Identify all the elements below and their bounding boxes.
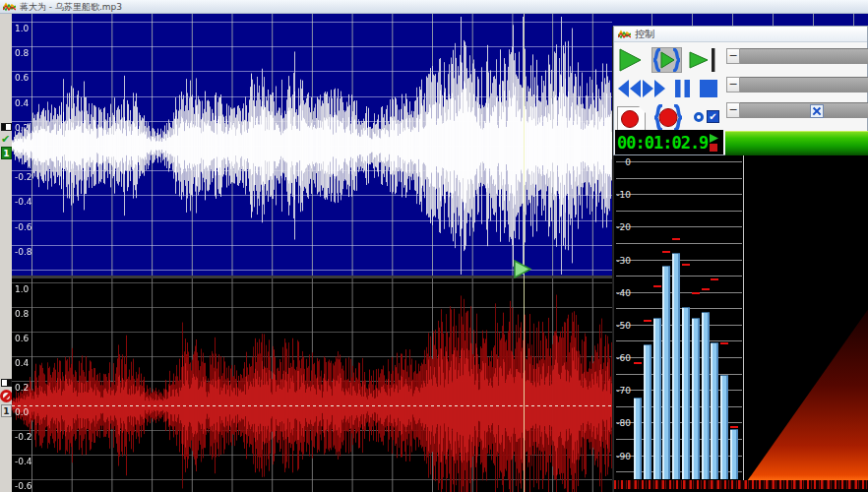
db-tick-label: -80	[614, 418, 631, 428]
slider-row-2: −	[726, 77, 868, 92]
record-selection-button[interactable]	[653, 104, 683, 131]
db-tick-label: -60	[614, 353, 631, 363]
waveform-channel-2[interactable]	[12, 278, 612, 492]
play-button[interactable]	[618, 48, 643, 72]
play-icon	[618, 48, 643, 72]
spectrum-bar	[662, 266, 670, 479]
db-gridline	[616, 211, 742, 212]
slider3-x-thumb[interactable]	[810, 104, 824, 118]
db-gridline	[616, 243, 742, 244]
playhead-marker[interactable]	[513, 260, 532, 278]
slider2-decrease-button[interactable]: −	[726, 77, 740, 92]
record-mode-toggle[interactable]: ✔	[694, 109, 721, 125]
spectrogram-glow	[744, 308, 868, 480]
play-to-marker-icon	[689, 48, 716, 72]
spectrum-bar	[702, 312, 710, 479]
spectrum-peak-marker	[653, 285, 661, 287]
waveform-channel-1[interactable]	[12, 14, 612, 276]
playback-cursor	[524, 14, 525, 492]
spectrum-peak-marker	[730, 426, 738, 428]
record-selection-icon	[653, 104, 683, 131]
fast-forward-button[interactable]	[642, 80, 665, 97]
record-button[interactable]	[617, 106, 646, 133]
spectrum-bar	[730, 429, 738, 479]
channel-1-pan-widget[interactable]	[1, 123, 12, 131]
db-tick-label: -10	[614, 190, 631, 200]
channel-2-badge[interactable]: 1	[1, 404, 12, 417]
slider3-track[interactable]	[740, 102, 868, 118]
slider1-track[interactable]	[740, 48, 868, 64]
time-record-icon	[710, 144, 717, 152]
rewind-button[interactable]	[618, 80, 642, 97]
control-window-titlebar[interactable]: 控制	[614, 27, 867, 42]
spectrum-bar	[644, 344, 651, 479]
play-to-marker-button[interactable]	[689, 48, 716, 72]
channel-1-badge[interactable]: 1	[1, 147, 12, 159]
db-tick-label: -90	[614, 452, 631, 461]
record-mode-dot-icon	[694, 112, 704, 122]
db-gridline	[616, 178, 742, 179]
control-window-title: 控制	[635, 28, 654, 41]
app-icon	[3, 2, 16, 12]
record-icon	[621, 110, 639, 128]
time-play-flag-icon	[710, 134, 718, 143]
pause-button[interactable]	[674, 80, 691, 97]
channel-control-strip	[0, 14, 12, 492]
spectrum-bar	[711, 342, 718, 479]
play-selection-button[interactable]	[651, 47, 682, 73]
play-selection-icon	[652, 48, 681, 72]
window-titlebar[interactable]: 蒋大为 - 乌苏里船歌.mp3	[0, 0, 868, 14]
time-display: 00:01:02.9	[615, 130, 723, 154]
spectrogram-panel	[744, 155, 868, 480]
channel-2-pan-widget[interactable]	[1, 379, 12, 387]
spectrum-peak-marker	[711, 278, 718, 280]
window-title: 蒋大为 - 乌苏里船歌.mp3	[20, 0, 122, 14]
spectrum-peak-marker	[682, 264, 690, 266]
level-meter	[725, 131, 868, 155]
checkbox-checked-icon: ✔	[707, 110, 719, 123]
db-gridline	[616, 194, 742, 195]
time-value: 00:01:02.9	[615, 133, 708, 153]
db-tick-label: -40	[614, 288, 631, 298]
db-tick-label: -20	[614, 222, 631, 232]
db-gridline	[616, 226, 742, 227]
pause-icon	[674, 80, 691, 97]
spectrum-bar	[720, 375, 728, 479]
app-icon	[618, 30, 631, 39]
spectrum-window: 0-10-20-30-40-50-60-70-80-90	[613, 155, 868, 492]
spectrum-bar	[692, 318, 700, 479]
db-gridline	[616, 161, 742, 162]
spectrum-analyzer: 0-10-20-30-40-50-60-70-80-90	[614, 155, 743, 480]
spectrum-bar	[672, 253, 680, 479]
spectrum-bar	[682, 307, 690, 479]
channel-1-enabled-icon[interactable]: ✔	[1, 134, 10, 145]
slider1-decrease-button[interactable]: −	[726, 48, 740, 64]
slider-row-1: −	[726, 48, 868, 64]
stop-icon	[700, 80, 717, 97]
db-tick-label: 0	[614, 157, 631, 167]
spectrum-peak-marker	[662, 251, 670, 253]
control-window: 控制	[613, 26, 868, 155]
db-tick-label: -50	[614, 321, 631, 331]
slider2-track[interactable]	[740, 77, 868, 92]
stop-button[interactable]	[700, 80, 717, 97]
spectrum-peak-marker	[692, 292, 700, 294]
spectrum-bar	[653, 318, 661, 479]
spectrum-bar	[634, 398, 642, 479]
spectrum-peak-marker	[634, 362, 642, 364]
slider-row-3: −	[726, 102, 868, 118]
db-tick-label: -30	[614, 256, 631, 266]
rewind-icon	[618, 80, 642, 97]
spectrum-peak-marker	[672, 238, 680, 240]
slider3-decrease-button[interactable]: −	[726, 102, 740, 118]
spectrum-peak-marker	[702, 288, 710, 290]
fast-forward-icon	[642, 80, 665, 97]
spectrum-peak-marker	[720, 342, 728, 344]
frequency-intensity-strip	[614, 480, 868, 489]
spectrum-peak-marker	[644, 320, 651, 322]
db-tick-label: -70	[614, 386, 631, 396]
